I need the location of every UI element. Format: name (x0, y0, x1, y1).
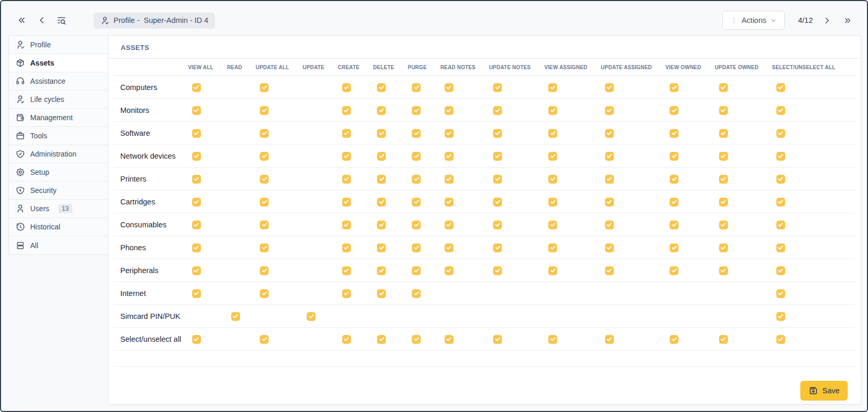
permission-checkbox[interactable] (412, 266, 421, 275)
permission-checkbox[interactable] (445, 266, 454, 275)
sidebar-item-users[interactable]: Users 13 (9, 200, 108, 218)
permission-checkbox[interactable] (605, 175, 614, 184)
permission-checkbox[interactable] (445, 106, 454, 115)
sidebar-item-security[interactable]: Security (9, 182, 108, 200)
sidebar-item-assistance[interactable]: Assistance (9, 72, 108, 91)
permission-checkbox[interactable] (719, 243, 728, 252)
sidebar-item-setup[interactable]: Setup (9, 163, 108, 182)
permission-checkbox[interactable] (776, 129, 785, 138)
sidebar-item-tools[interactable]: Tools (9, 127, 108, 145)
permission-checkbox[interactable] (670, 198, 678, 207)
permission-checkbox[interactable] (719, 106, 728, 115)
permission-checkbox[interactable] (776, 266, 785, 275)
permission-checkbox[interactable] (377, 83, 386, 92)
permission-checkbox[interactable] (548, 243, 557, 252)
permission-checkbox[interactable] (412, 106, 421, 115)
permission-checkbox[interactable] (493, 152, 502, 161)
breadcrumb[interactable]: Profile - Super-Admin - ID 4 (94, 12, 215, 29)
permission-checkbox[interactable] (776, 198, 785, 207)
permission-checkbox[interactable] (342, 83, 351, 92)
permission-checkbox[interactable] (192, 83, 201, 92)
permission-checkbox[interactable] (605, 221, 614, 229)
permission-checkbox[interactable] (548, 266, 557, 275)
permission-checkbox[interactable] (377, 198, 386, 207)
permission-checkbox[interactable] (776, 221, 785, 229)
permission-checkbox[interactable] (719, 175, 728, 184)
permission-checkbox[interactable] (445, 221, 454, 229)
permission-checkbox[interactable] (493, 243, 502, 252)
save-button[interactable]: Save (800, 381, 848, 401)
permission-checkbox[interactable] (412, 289, 421, 298)
permission-checkbox[interactable] (493, 106, 502, 115)
permission-checkbox[interactable] (719, 152, 728, 161)
permission-checkbox[interactable] (342, 243, 351, 252)
permission-checkbox[interactable] (548, 175, 557, 184)
permission-checkbox[interactable] (605, 335, 614, 344)
permission-checkbox[interactable] (548, 335, 557, 344)
permission-checkbox[interactable] (342, 335, 351, 344)
permission-checkbox[interactable] (548, 106, 557, 115)
permission-checkbox[interactable] (605, 129, 614, 138)
permission-checkbox[interactable] (192, 152, 201, 161)
permission-checkbox[interactable] (776, 289, 785, 298)
permission-checkbox[interactable] (412, 221, 421, 229)
permission-checkbox[interactable] (605, 266, 614, 275)
permission-checkbox[interactable] (776, 152, 785, 161)
permission-checkbox[interactable] (412, 152, 421, 161)
actions-button[interactable]: Actions (722, 11, 785, 30)
permission-checkbox[interactable] (412, 243, 421, 252)
permission-checkbox[interactable] (342, 129, 351, 138)
sidebar-item-administration[interactable]: Administration (9, 145, 108, 163)
permission-checkbox[interactable] (776, 312, 785, 321)
permission-checkbox[interactable] (445, 152, 454, 161)
permission-checkbox[interactable] (493, 221, 502, 229)
permission-checkbox[interactable] (445, 335, 454, 344)
permission-checkbox[interactable] (342, 198, 351, 207)
previous-page-button[interactable] (35, 14, 48, 27)
next-page-button[interactable] (821, 15, 833, 27)
permission-checkbox[interactable] (605, 83, 614, 92)
permission-checkbox[interactable] (260, 152, 269, 161)
sidebar-item-management[interactable]: Management (9, 109, 108, 127)
permission-checkbox[interactable] (493, 129, 502, 138)
permission-checkbox[interactable] (548, 198, 557, 207)
permission-checkbox[interactable] (445, 243, 454, 252)
permission-checkbox[interactable] (192, 198, 201, 207)
permission-checkbox[interactable] (719, 335, 728, 344)
permission-checkbox[interactable] (670, 129, 678, 138)
permission-checkbox[interactable] (445, 83, 454, 92)
permission-checkbox[interactable] (719, 221, 728, 229)
sidebar-item-profile[interactable]: Profile (9, 36, 108, 54)
permission-checkbox[interactable] (260, 83, 269, 92)
permission-checkbox[interactable] (605, 106, 614, 115)
permission-checkbox[interactable] (670, 152, 678, 161)
permission-checkbox[interactable] (670, 335, 678, 344)
permission-checkbox[interactable] (260, 243, 269, 252)
permission-checkbox[interactable] (605, 152, 614, 161)
permission-checkbox[interactable] (377, 243, 386, 252)
permission-checkbox[interactable] (605, 243, 614, 252)
permission-checkbox[interactable] (260, 198, 269, 207)
permission-checkbox[interactable] (377, 175, 386, 184)
permission-checkbox[interactable] (192, 221, 201, 229)
permission-checkbox[interactable] (377, 335, 386, 344)
permission-checkbox[interactable] (445, 129, 454, 138)
permission-checkbox[interactable] (493, 175, 502, 184)
permission-checkbox[interactable] (776, 175, 785, 184)
permission-checkbox[interactable] (377, 289, 386, 298)
permission-checkbox[interactable] (548, 221, 557, 229)
permission-checkbox[interactable] (342, 175, 351, 184)
permission-checkbox[interactable] (377, 152, 386, 161)
permission-checkbox[interactable] (192, 243, 201, 252)
permission-checkbox[interactable] (260, 129, 269, 138)
permission-checkbox[interactable] (260, 175, 269, 184)
permission-checkbox[interactable] (548, 83, 557, 92)
permission-checkbox[interactable] (776, 106, 785, 115)
permission-checkbox[interactable] (412, 198, 421, 207)
permission-checkbox[interactable] (493, 335, 502, 344)
last-page-button[interactable] (841, 15, 853, 27)
permission-checkbox[interactable] (342, 106, 351, 115)
permission-checkbox[interactable] (776, 243, 785, 252)
permission-checkbox[interactable] (670, 221, 678, 229)
permission-checkbox[interactable] (192, 266, 201, 275)
